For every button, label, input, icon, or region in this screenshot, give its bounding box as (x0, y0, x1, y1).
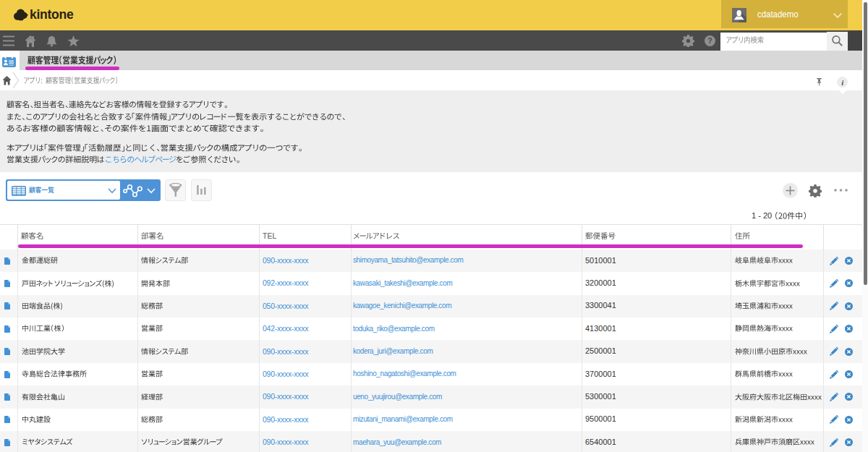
svg-text:?: ? (707, 36, 712, 45)
svg-text:i: i (841, 78, 844, 87)
